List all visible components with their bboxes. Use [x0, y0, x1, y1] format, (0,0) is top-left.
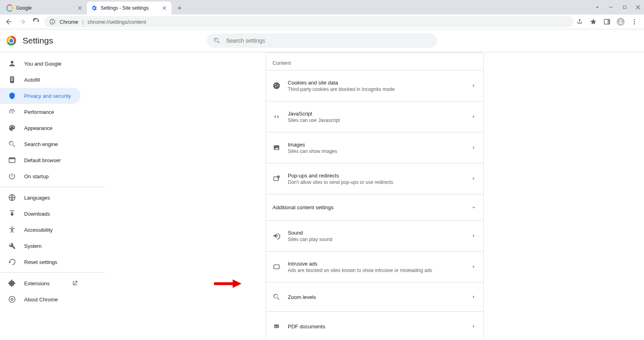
section-content-label: Content: [266, 53, 483, 70]
palette-icon: [8, 124, 16, 132]
sidebar-item-label: On startup: [24, 173, 49, 179]
row-title: Pop-ups and redirects: [288, 173, 463, 179]
svg-point-7: [634, 19, 635, 20]
sidebar-item-system[interactable]: System: [0, 238, 80, 254]
row-desc: Sites can use Javascript: [288, 117, 463, 123]
row-sound[interactable]: SoundSites can play sound: [266, 220, 483, 251]
search-icon: [8, 140, 16, 148]
sidebar-item-label: Extensions: [24, 280, 50, 286]
sidebar-item-you-and-google[interactable]: You and Google: [0, 56, 80, 72]
sidebar-item-performance[interactable]: Performance: [0, 104, 80, 120]
restore-icon: [8, 258, 16, 266]
site-info-icon[interactable]: [49, 19, 56, 25]
kebab-menu-icon[interactable]: [630, 18, 638, 26]
maximize-icon[interactable]: [621, 4, 628, 10]
sidebar-item-label: Downloads: [24, 211, 50, 217]
image-icon: [272, 144, 281, 152]
browser-toolbar: Chrome | chrome://settings/content: [0, 14, 644, 29]
sidebar-item-label: Autofill: [24, 77, 40, 83]
forward-button[interactable]: [17, 16, 28, 27]
sidebar-item-downloads[interactable]: Downloads: [0, 206, 80, 222]
sidebar-item-autofill[interactable]: Autofill: [0, 72, 80, 88]
settings-favicon: [91, 5, 97, 11]
ads-icon: [272, 263, 281, 271]
person-icon: [8, 60, 16, 68]
new-tab-button[interactable]: [174, 2, 185, 14]
row-popups[interactable]: Pop-ups and redirectsDon't allow sites t…: [266, 163, 483, 194]
sidebar-item-label: Languages: [24, 195, 50, 201]
row-title: Sound: [288, 230, 463, 236]
svg-rect-0: [609, 7, 613, 7]
close-tab-icon[interactable]: [162, 5, 167, 11]
sound-icon: [272, 232, 281, 240]
back-button[interactable]: [3, 16, 14, 27]
close-window-icon[interactable]: [635, 4, 642, 10]
search-icon: [213, 37, 221, 44]
settings-content[interactable]: Content Cookies and site dataThird-party…: [105, 52, 644, 340]
sidebar-item-label: Appearance: [24, 125, 52, 131]
clipboard-icon: [8, 76, 16, 84]
settings-search-input[interactable]: [225, 37, 431, 44]
sidebar-item-label: System: [24, 243, 41, 249]
svg-rect-1: [623, 6, 626, 9]
settings-search[interactable]: [207, 33, 437, 48]
row-images[interactable]: ImagesSites can show images: [266, 132, 483, 163]
sidebar-item-appearance[interactable]: Appearance: [0, 120, 80, 136]
settings-app: Settings You and Google Autofill Privacy…: [0, 29, 644, 340]
sidebar-item-label: Search engine: [24, 141, 58, 147]
close-tab-icon[interactable]: [77, 5, 83, 11]
browser-tab-google[interactable]: Google: [2, 2, 87, 14]
sidebar-item-about-chrome[interactable]: About Chrome: [0, 291, 80, 307]
omnibox[interactable]: Chrome | chrome://settings/content: [44, 16, 573, 27]
row-pdf-documents[interactable]: PDF PDF documents: [266, 311, 483, 340]
row-desc: Don't allow sites to send pop-ups or use…: [288, 179, 463, 185]
svg-point-15: [11, 299, 13, 301]
reload-button[interactable]: [31, 16, 42, 27]
row-additional-settings-expander[interactable]: Additional content settings: [266, 194, 483, 220]
minimize-icon[interactable]: [608, 4, 614, 10]
wrench-icon: [8, 242, 16, 250]
side-panel-icon[interactable]: [603, 18, 611, 26]
bookmark-star-icon[interactable]: [589, 18, 597, 26]
row-title: Cookies and site data: [288, 80, 463, 86]
sidebar-item-accessibility[interactable]: Accessibility: [0, 222, 80, 238]
sidebar-item-extensions[interactable]: Extensions: [0, 275, 80, 291]
browser-tabstrip: Google Settings - Site settings: [0, 0, 644, 14]
sidebar-item-on-startup[interactable]: On startup: [0, 168, 80, 184]
sidebar-item-search-engine[interactable]: Search engine: [0, 136, 80, 152]
download-icon: [8, 210, 16, 218]
browser-icon: [8, 156, 16, 164]
browser-tab-settings[interactable]: Settings - Site settings: [87, 2, 171, 14]
sidebar-item-label: Performance: [24, 109, 54, 115]
sidebar-item-reset-settings[interactable]: Reset settings: [0, 254, 80, 270]
chevron-right-icon: [471, 264, 477, 270]
omnibox-url: chrome://settings/content: [88, 19, 146, 25]
chevron-right-icon: [471, 113, 477, 120]
row-title: Images: [288, 142, 463, 148]
row-intrusive-ads[interactable]: Intrusive adsAds are blocked on sites kn…: [266, 251, 483, 282]
row-zoom-levels[interactable]: Zoom levels: [266, 282, 483, 311]
content-settings-card: Content Cookies and site dataThird-party…: [266, 52, 484, 340]
tab-title: Google: [16, 5, 74, 11]
share-icon[interactable]: [576, 18, 584, 26]
sidebar-item-languages[interactable]: Languages: [0, 190, 80, 206]
profile-avatar-icon[interactable]: [617, 18, 625, 26]
sidebar-item-label: You and Google: [24, 61, 62, 67]
row-cookies[interactable]: Cookies and site dataThird-party cookies…: [266, 70, 483, 101]
sidebar-item-default-browser[interactable]: Default browser: [0, 152, 80, 168]
chevron-down-icon[interactable]: [594, 4, 601, 10]
settings-sidebar: You and Google Autofill Privacy and secu…: [0, 52, 105, 340]
sidebar-item-label: Reset settings: [24, 259, 57, 265]
sidebar-item-privacy-security[interactable]: Privacy and security: [0, 88, 80, 104]
chrome-logo-icon: [6, 36, 16, 45]
window-controls: [594, 0, 642, 14]
svg-rect-11: [9, 158, 15, 159]
svg-rect-4: [52, 20, 52, 21]
code-icon: [272, 113, 281, 121]
sidebar-item-label: About Chrome: [24, 297, 58, 303]
row-javascript[interactable]: JavaScriptSites can use Javascript: [266, 101, 483, 132]
svg-rect-6: [608, 19, 610, 24]
svg-rect-18: [274, 265, 279, 269]
svg-rect-3: [52, 21, 52, 23]
sidebar-item-label: Accessibility: [24, 227, 53, 233]
